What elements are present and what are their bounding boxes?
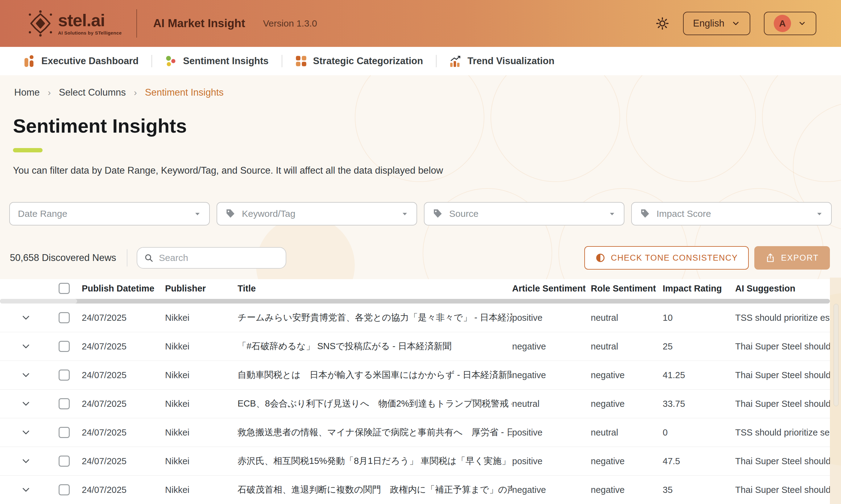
export-button[interactable]: EXPORT xyxy=(754,246,830,270)
expand-row-button[interactable] xyxy=(20,341,32,352)
cell-role-sentiment: negative xyxy=(591,456,663,466)
impact-score-filter[interactable]: Impact Score xyxy=(631,202,832,226)
tag-icon xyxy=(225,209,236,219)
tag-icon xyxy=(432,209,443,219)
select-all-checkbox[interactable] xyxy=(59,283,70,294)
caret-down-icon xyxy=(194,210,201,217)
brand: stel.ai AI Solutions by STelligence xyxy=(27,10,122,37)
table-row: 24/07/2025 Nikkei 石破茂首相、進退判断に複数の関門 政権内に「… xyxy=(0,475,830,504)
cell-article-sentiment: positive xyxy=(512,428,591,438)
chevron-down-icon xyxy=(20,427,32,438)
app-header: stel.ai AI Solutions by STelligence AI M… xyxy=(0,0,841,47)
cell-impact-rating: 41.25 xyxy=(663,370,735,380)
cell-ai-suggestion: Thai Super Steel should pr xyxy=(735,370,830,380)
cell-impact-rating: 0 xyxy=(663,428,735,438)
cell-article-sentiment: negative xyxy=(512,485,591,495)
caret-down-icon xyxy=(401,210,409,217)
cell-ai-suggestion: TSS should prioritize estab xyxy=(735,313,830,323)
table-row: 24/07/2025 Nikkei ECB、8会合ぶり利下げ見送りへ 物価2%到… xyxy=(0,390,830,418)
user-menu[interactable]: A xyxy=(764,12,816,35)
news-table: Publish Datetime Publisher Title Article… xyxy=(0,279,830,504)
cell-publish-datetime: 24/07/2025 xyxy=(82,399,165,409)
row-checkbox[interactable] xyxy=(59,370,70,381)
trend-chart-icon xyxy=(449,55,461,67)
cell-publisher: Nikkei xyxy=(165,313,237,323)
language-selector[interactable]: English xyxy=(683,12,750,35)
col-role-sentiment: Role Sentiment xyxy=(591,284,663,294)
expand-row-button[interactable] xyxy=(20,370,32,381)
cell-role-sentiment: negative xyxy=(591,399,663,409)
expand-row-button[interactable] xyxy=(20,427,32,438)
cell-impact-rating: 33.75 xyxy=(663,399,735,409)
keyword-tag-filter[interactable]: Keyword/Tag xyxy=(217,202,417,226)
nav-item-sentiment-insights[interactable]: Sentiment Insights xyxy=(165,55,268,67)
cell-article-sentiment: negative xyxy=(512,341,591,352)
cell-article-sentiment: neutral xyxy=(512,399,591,409)
page-description: You can filter data by Date Range, Keywo… xyxy=(13,165,443,176)
row-checkbox[interactable] xyxy=(59,427,70,438)
cell-title: ECB、8会合ぶり利下げ見送りへ 物価2%到達もトランプ関税警戒 - 日... xyxy=(237,398,512,410)
col-publisher: Publisher xyxy=(165,284,237,294)
sentiment-dots-icon xyxy=(165,55,177,67)
expand-row-button[interactable] xyxy=(20,398,32,409)
horizontal-scrollbar-thumb[interactable] xyxy=(0,299,77,304)
tag-icon xyxy=(640,209,650,219)
row-checkbox[interactable] xyxy=(59,484,70,496)
check-tone-consistency-button[interactable]: CHECK TONE CONSISTENCY xyxy=(584,246,749,270)
col-article-sentiment: Article Sentiment xyxy=(512,284,591,294)
breadcrumb-current: Sentiment Insights xyxy=(145,87,224,98)
expand-row-button[interactable] xyxy=(20,312,32,323)
cell-publish-datetime: 24/07/2025 xyxy=(82,456,165,466)
nav-divider xyxy=(436,55,436,67)
row-checkbox[interactable] xyxy=(59,341,70,352)
dashboard-icon xyxy=(23,55,35,67)
chevron-down-icon xyxy=(20,370,32,381)
breadcrumb-home[interactable]: Home xyxy=(14,87,40,98)
chevron-down-icon xyxy=(20,484,32,496)
row-checkbox[interactable] xyxy=(59,455,70,467)
nav-item-strategic-categorization[interactable]: Strategic Categorization xyxy=(295,55,423,67)
chevron-down-icon xyxy=(20,455,32,467)
stelai-logo-icon xyxy=(27,10,54,37)
horizontal-scrollbar[interactable] xyxy=(0,299,830,304)
vertical-scrollbar-thumb[interactable] xyxy=(834,304,839,406)
cell-ai-suggestion: Thai Super Steel should pr xyxy=(735,456,830,466)
source-filter[interactable]: Source xyxy=(424,202,624,226)
cell-title: 赤沢氏、相互関税15%発動「8月1日だろう」 車関税は「早く実施」 - ... xyxy=(237,455,512,467)
table-row: 24/07/2025 Nikkei 救急搬送患者の情報、マイナ保険証で病院と事前… xyxy=(0,418,830,447)
search-icon xyxy=(144,253,153,263)
table-body: 24/07/2025 Nikkei チームみらい安野貴博党首、各党との協力「是々… xyxy=(0,304,830,504)
table-row: 24/07/2025 Nikkei 「#石破辞めるな」 SNSで投稿広がる - … xyxy=(0,332,830,361)
cell-impact-rating: 35 xyxy=(663,485,735,495)
app-title: AI Market Insight xyxy=(153,17,245,30)
language-label: English xyxy=(693,18,724,29)
caret-down-icon xyxy=(816,210,823,217)
expand-row-button[interactable] xyxy=(20,484,32,496)
search-box[interactable] xyxy=(137,247,286,269)
cell-publish-datetime: 24/07/2025 xyxy=(82,370,165,380)
nav-divider xyxy=(282,55,282,67)
nav-item-executive-dashboard[interactable]: Executive Dashboard xyxy=(23,55,139,67)
date-range-filter[interactable]: Date Range xyxy=(9,202,210,226)
chevron-down-icon xyxy=(20,398,32,409)
expand-row-button[interactable] xyxy=(20,455,32,467)
row-checkbox[interactable] xyxy=(59,398,70,409)
chevron-down-icon xyxy=(20,341,32,352)
cell-publisher: Nikkei xyxy=(165,341,237,352)
table-row: 24/07/2025 Nikkei 自動車関税とは 日本が輸入する米国車にはかか… xyxy=(0,361,830,390)
theme-toggle-button[interactable] xyxy=(655,16,669,31)
breadcrumb-select-columns[interactable]: Select Columns xyxy=(59,87,126,98)
caret-down-icon xyxy=(608,210,616,217)
cell-ai-suggestion: Thai Super Steel should pr xyxy=(735,485,830,495)
avatar: A xyxy=(774,15,791,32)
export-icon xyxy=(765,253,775,263)
search-input[interactable] xyxy=(159,253,279,263)
cell-title: 救急搬送患者の情報、マイナ保険証で病院と事前共有へ 厚労省 - 日本... xyxy=(237,426,512,438)
cell-publisher: Nikkei xyxy=(165,399,237,409)
cell-title: 石破茂首相、進退判断に複数の関門 政権内に「補正予算まで」の声 - ... xyxy=(237,484,512,496)
cell-role-sentiment: negative xyxy=(591,370,663,380)
nav-item-trend-visualization[interactable]: Trend Visualization xyxy=(449,55,554,67)
cell-publish-datetime: 24/07/2025 xyxy=(82,428,165,438)
row-checkbox[interactable] xyxy=(59,312,70,323)
col-ai-suggestion: AI Suggestion xyxy=(735,284,830,294)
